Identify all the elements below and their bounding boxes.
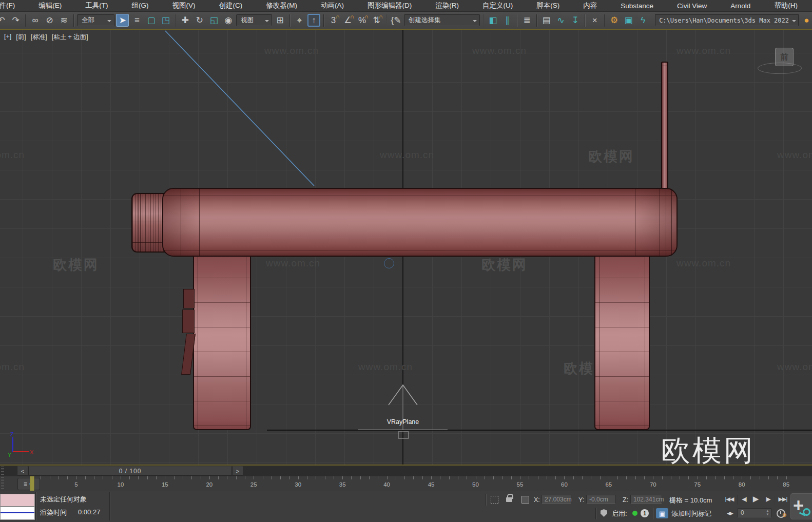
menu-item-2[interactable]: 工具(T) xyxy=(73,1,120,10)
menu-item-6[interactable]: 修改器(M) xyxy=(254,1,309,10)
x-coord-field[interactable]: 27.003cm xyxy=(542,495,571,504)
model-left-leg-attachment[interactable] xyxy=(182,310,195,333)
model-right-leg[interactable] xyxy=(594,253,650,430)
time-slider-next-arrow[interactable]: > xyxy=(232,467,243,476)
select-place-icon[interactable]: ◉ xyxy=(222,14,235,27)
notification-count-badge[interactable]: 1 xyxy=(641,509,649,517)
viewcube-ring[interactable] xyxy=(758,63,802,74)
menu-item-1[interactable]: 编辑(E) xyxy=(27,1,73,10)
window-crossing-icon[interactable]: ◳ xyxy=(159,14,172,27)
chevron-down-icon xyxy=(792,20,796,24)
use-pivot-center-icon[interactable]: ⊞ xyxy=(274,14,286,27)
menu-item-11[interactable]: 脚本(S) xyxy=(525,1,571,10)
select-move-icon[interactable]: ✚ xyxy=(179,14,191,27)
select-scale-icon[interactable]: ◱ xyxy=(207,14,220,27)
set-key-button[interactable]: + xyxy=(790,493,812,519)
schematic-view-icon[interactable]: ↧ xyxy=(569,14,582,27)
prev-frame-button[interactable]: ◀| xyxy=(739,494,749,504)
add-time-tag-label[interactable]: 添加时间标记 xyxy=(671,509,711,518)
select-link-icon[interactable]: ∞ xyxy=(29,14,42,27)
scene-explorer-icon[interactable]: ▤ xyxy=(540,14,553,27)
percent-snap-icon[interactable]: %∩ xyxy=(356,14,369,27)
select-by-name-icon[interactable]: ≡ xyxy=(130,14,143,27)
bind-spacewarp-icon[interactable]: ≋ xyxy=(57,14,70,27)
absolute-offset-toggle-icon[interactable] xyxy=(521,496,529,504)
track-bar[interactable]: ≡∿ 510152025303540455055606570758085 xyxy=(0,476,812,491)
menu-item-10[interactable]: 自定义(U) xyxy=(471,1,525,10)
time-slider-prev-arrow[interactable]: < xyxy=(17,467,28,476)
render-region-icon[interactable]: × xyxy=(588,14,601,27)
security-shield-icon[interactable] xyxy=(601,509,607,517)
model-left-leg[interactable] xyxy=(193,253,251,430)
viewport-front[interactable]: www.om.cnwww.om.cnwww.om.cnwww.om.cnwww.… xyxy=(0,30,812,466)
render-setup-icon[interactable]: ⚙ xyxy=(608,14,621,27)
maxscript-mini-listener[interactable] xyxy=(0,507,35,520)
y-coord-field[interactable]: -0.0cm xyxy=(586,495,616,504)
time-tag-cube-icon[interactable]: ▣ xyxy=(656,508,668,518)
toolbar-grip[interactable] xyxy=(1,477,4,490)
select-rotate-icon[interactable]: ↻ xyxy=(193,14,206,27)
rendered-frame-icon[interactable]: ▣ xyxy=(622,14,635,27)
z-coord-field[interactable]: 102.341cm xyxy=(630,495,662,504)
menu-item-8[interactable]: 图形编辑器(D) xyxy=(356,1,423,10)
next-frame-button[interactable]: |▶ xyxy=(763,494,773,504)
menu-item-15[interactable]: Arnold xyxy=(719,2,762,10)
menu-item-14[interactable]: Civil View xyxy=(665,2,719,10)
time-slider-track[interactable]: < 0 / 100 > xyxy=(0,466,812,477)
menu-item-7[interactable]: 动画(A) xyxy=(309,1,356,10)
viewport-shading-menu[interactable]: [粘土 + 边面] xyxy=(52,33,88,42)
time-slider-handle[interactable]: 0 / 100 xyxy=(28,467,232,476)
menu-item-13[interactable]: Substance xyxy=(609,2,665,10)
mirror-icon[interactable]: ◧ xyxy=(487,14,499,27)
mini-curve-editor-button[interactable]: ≡∿ xyxy=(17,478,40,490)
menu-item-9[interactable]: 渲染(R) xyxy=(423,1,471,10)
menu-item-5[interactable]: 创建(C) xyxy=(207,1,255,10)
coord-system-dropdown[interactable]: 视图 xyxy=(236,14,272,26)
selection-filter-dropdown[interactable]: 全部 xyxy=(77,14,114,26)
toolbar-grip[interactable] xyxy=(1,467,4,475)
menu-item-16[interactable]: 帮助(H) xyxy=(762,1,809,10)
rect-selection-region-icon[interactable]: ▢ xyxy=(145,14,158,27)
current-frame-field[interactable]: 0 ▲▼ xyxy=(738,508,771,517)
layer-explorer-icon[interactable]: ≣ xyxy=(520,14,533,27)
key-mode-toggle[interactable]: ◀▶ xyxy=(724,509,736,517)
select-manipulate-icon[interactable]: ⌖ xyxy=(293,14,306,27)
frame-label-60: 60 xyxy=(556,481,572,488)
isolate-selection-icon[interactable] xyxy=(491,496,498,504)
menu-item-4[interactable]: 视图(V) xyxy=(161,1,207,10)
model-top-beam[interactable] xyxy=(162,188,678,257)
select-object-button[interactable]: ➤ xyxy=(116,14,129,27)
undo-icon[interactable]: ↶ xyxy=(0,14,8,27)
menu-item-12[interactable]: 内容 xyxy=(571,1,609,10)
frame-tick xyxy=(600,476,601,479)
curve-editor-icon[interactable]: ∿ xyxy=(554,14,567,27)
snap-toggle-3d-icon[interactable]: 3∩ xyxy=(327,14,340,27)
time-config-gear-icon: ⚙ xyxy=(782,512,787,518)
goto-start-button[interactable]: |◀◀ xyxy=(723,494,736,504)
frame-spinner[interactable]: ▲▼ xyxy=(765,510,770,516)
frame-tick xyxy=(777,476,778,479)
named-selection-sets-icon[interactable]: {✎ xyxy=(390,14,402,27)
project-path-field[interactable]: C:\Users\Han\Documents\3ds Max 2022 xyxy=(655,14,799,26)
align-icon[interactable]: ∥ xyxy=(501,14,514,27)
goto-end-button[interactable]: ▶▶| xyxy=(776,494,789,504)
render-production-icon[interactable]: ϟ xyxy=(636,14,649,27)
selection-set-dropdown[interactable]: 创建选择集 xyxy=(404,14,480,26)
viewport-pov-menu[interactable]: [前] xyxy=(16,33,26,42)
spinner-snap-icon[interactable]: ⇅∩ xyxy=(370,14,383,27)
keyboard-override-button[interactable]: ↑ xyxy=(307,14,320,27)
viewport-general-menu[interactable]: [+] xyxy=(4,33,11,42)
unlink-selection-icon[interactable]: ⊘ xyxy=(43,14,56,27)
redo-icon[interactable]: ↷ xyxy=(9,14,22,27)
selection-lock-body[interactable] xyxy=(506,497,512,502)
select-manipulate-icon-glyph: ⌖ xyxy=(297,15,302,26)
maxscript-macro-recorder[interactable] xyxy=(0,494,35,507)
viewport-style-menu[interactable]: [标准] xyxy=(31,33,47,42)
notification-icon[interactable]: ● xyxy=(800,14,812,27)
menu-item-3[interactable]: 组(G) xyxy=(120,1,161,10)
3dsmax-window: { "menu": { "items": ["文件(F)","编辑(E)","工… xyxy=(0,0,812,522)
menu-item-0[interactable]: 文件(F) xyxy=(0,1,27,10)
play-button[interactable]: ▶ xyxy=(750,494,761,504)
model-left-leg-attachment[interactable] xyxy=(183,289,195,308)
angle-snap-icon[interactable]: ∠∩ xyxy=(341,14,354,27)
